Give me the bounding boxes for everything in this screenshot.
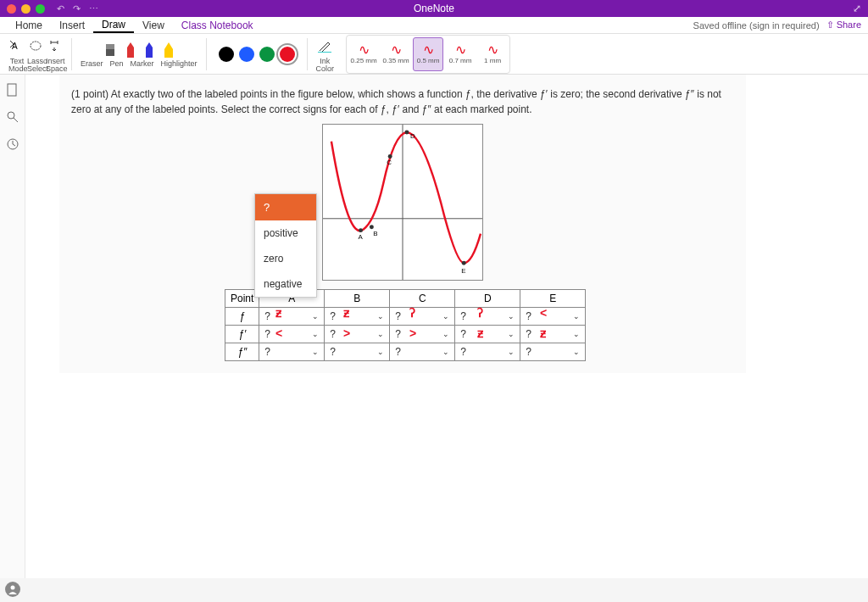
ribbon: A TextMode LassoSelect InsertSpace Erase… [0, 34, 868, 75]
menu-home[interactable]: Home [7, 17, 51, 33]
more-icon[interactable]: ⋯ [89, 3, 98, 14]
ribbon-toggle-icon[interactable]: ⤢ [853, 3, 861, 14]
save-status: Saved offline (sign in required) [693, 20, 820, 31]
redo-icon[interactable]: ↷ [73, 3, 81, 14]
col-b: B [325, 290, 390, 308]
select-fp-e[interactable]: ?⌄ [526, 328, 580, 340]
dropdown-option-positive[interactable]: positive [255, 220, 316, 246]
share-button[interactable]: ⇧ Share [826, 20, 861, 31]
dropdown-option-negative[interactable]: negative [255, 271, 316, 297]
menu-insert[interactable]: Insert [51, 17, 93, 33]
svg-point-1 [31, 42, 41, 50]
pen-tool[interactable] [125, 41, 136, 59]
svg-text:C: C [387, 159, 392, 166]
svg-rect-2 [106, 44, 114, 49]
color-black[interactable] [219, 47, 234, 62]
marker-label: Marker [131, 60, 154, 68]
svg-marker-5 [146, 42, 153, 58]
select-fpp-b[interactable]: ?⌄ [330, 346, 384, 358]
svg-point-20 [404, 130, 409, 134]
col-e: E [520, 290, 586, 308]
lasso-label: LassoSelect [27, 58, 44, 73]
text-mode-label: TextMode [8, 58, 25, 73]
select-f-e[interactable]: ?⌄ [526, 310, 580, 322]
search-icon[interactable] [6, 110, 19, 124]
stroke-1[interactable]: ∿1 mm [477, 37, 508, 71]
select-fpp-d[interactable]: ?⌄ [460, 346, 515, 358]
select-fp-a[interactable]: ?⌄ [264, 328, 319, 340]
table-row-fprime: ƒ′ ?⌄ ?⌄ ?⌄ ?⌄ ?⌄ [225, 326, 586, 343]
canvas[interactable]: (1 point) At exactly two of the labeled … [25, 75, 868, 578]
color-red[interactable] [280, 47, 295, 62]
sidebar-left [0, 75, 25, 578]
table-row-f: ƒ ?⌄ ?⌄ ?⌄ ?⌄ ?⌄ [225, 308, 586, 326]
stroke-07[interactable]: ∿0.7 mm [445, 37, 476, 71]
select-f-d[interactable]: ?⌄ [460, 310, 515, 322]
svg-point-16 [370, 225, 374, 229]
maximize-window-icon[interactable] [36, 4, 45, 14]
function-graph: A B C D E [322, 124, 483, 281]
select-f-a[interactable]: ?⌄ [264, 310, 319, 322]
highlighter-tool[interactable] [162, 41, 175, 59]
select-fp-c[interactable]: ?⌄ [395, 328, 449, 340]
highlighter-label: Highlighter [161, 60, 198, 68]
select-fp-b[interactable]: ?⌄ [330, 328, 384, 340]
row-label-f: ƒ [225, 308, 259, 326]
svg-rect-7 [318, 52, 331, 53]
window-controls [7, 4, 45, 14]
svg-marker-4 [127, 42, 134, 58]
svg-rect-3 [106, 49, 114, 56]
menubar: Home Insert Draw View Class Notebook Sav… [0, 17, 868, 34]
table-row-fdoubleprime: ƒ″ ?⌄ ?⌄ ?⌄ ?⌄ ?⌄ [225, 343, 586, 361]
pen-label: Pen [110, 60, 124, 68]
stroke-05[interactable]: ∿0.5 mm [413, 37, 443, 71]
stroke-025[interactable]: ∿0.25 mm [348, 37, 379, 71]
svg-text:E: E [461, 267, 465, 275]
account-icon[interactable] [5, 582, 20, 597]
marker-tool[interactable] [143, 41, 155, 59]
dropdown-option-zero[interactable]: zero [255, 246, 316, 271]
select-f-b[interactable]: ?⌄ [330, 310, 384, 322]
menu-view[interactable]: View [134, 17, 173, 33]
row-label-fprime: ƒ′ [225, 326, 259, 343]
notebooks-icon[interactable] [6, 83, 19, 97]
lasso-select-tool[interactable] [27, 35, 44, 57]
color-green[interactable] [259, 47, 275, 62]
problem-text: (1 point) At exactly two of the labeled … [71, 86, 734, 117]
svg-text:D: D [410, 132, 415, 140]
minimize-window-icon[interactable] [21, 4, 31, 14]
answer-table: Point A B C D E ƒ ?⌄ ?⌄ ?⌄ ?⌄ ?⌄ ƒ′ [225, 289, 586, 361]
titlebar: ↶ ↷ ⋯ OneNote ⤢ [0, 0, 868, 17]
svg-point-18 [388, 154, 392, 159]
color-blue[interactable] [239, 47, 254, 62]
svg-rect-8 [8, 84, 16, 96]
svg-text:A: A [359, 233, 364, 241]
select-fpp-e[interactable]: ?⌄ [526, 346, 580, 358]
stroke-035[interactable]: ∿0.35 mm [381, 37, 411, 71]
answer-dropdown-popup[interactable]: ? positive zero negative [254, 193, 317, 298]
undo-icon[interactable]: ↶ [57, 3, 64, 14]
svg-text:B: B [373, 230, 377, 237]
close-window-icon[interactable] [7, 4, 16, 14]
select-fpp-a[interactable]: ?⌄ [264, 346, 319, 358]
menu-class-notebook[interactable]: Class Notebook [173, 17, 262, 33]
col-c: C [390, 290, 455, 308]
stroke-width-group: ∿0.25 mm ∿0.35 mm ∿0.5 mm ∿0.7 mm ∿1 mm [346, 35, 510, 74]
eraser-tool[interactable] [103, 41, 118, 59]
dropdown-selected[interactable]: ? [255, 194, 316, 220]
svg-point-22 [462, 261, 466, 265]
svg-point-24 [11, 586, 15, 590]
ink-color-tool[interactable] [316, 35, 333, 57]
qat: ↶ ↷ ⋯ [57, 3, 98, 14]
row-label-fpp: ƒ″ [225, 343, 259, 361]
eraser-label: Eraser [81, 60, 103, 68]
svg-point-14 [359, 228, 363, 232]
insert-space-tool[interactable] [46, 35, 63, 57]
select-fp-d[interactable]: ?⌄ [460, 328, 515, 340]
select-fpp-c[interactable]: ?⌄ [395, 346, 449, 358]
recent-icon[interactable] [6, 137, 19, 151]
text-mode-tool[interactable]: A [8, 35, 25, 57]
note-content: (1 point) At exactly two of the labeled … [59, 75, 746, 373]
menu-draw[interactable]: Draw [93, 17, 134, 33]
select-f-c[interactable]: ?⌄ [395, 310, 449, 322]
